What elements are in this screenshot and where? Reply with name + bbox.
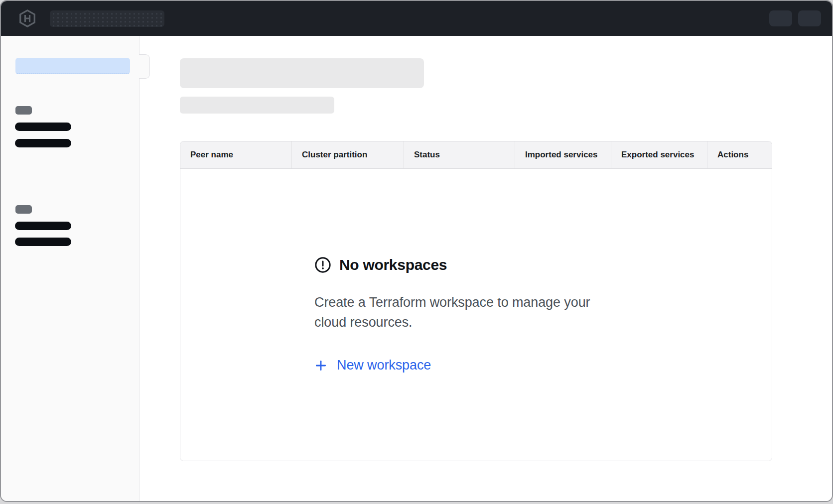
topbar-search-skeleton [50,10,164,27]
new-workspace-label: New workspace [337,358,431,373]
sidebar-nav-link-skeleton[interactable] [15,238,71,246]
content-row: Peer name Cluster partition Status Impor… [1,36,832,501]
topbar-action-button-1[interactable] [769,10,792,26]
topbar [1,1,832,36]
hashicorp-logo-icon [18,9,37,28]
sidebar [1,36,139,501]
sidebar-nav-link-skeleton[interactable] [15,123,71,131]
empty-state-title: No workspaces [339,256,447,273]
new-workspace-link[interactable]: New workspace [314,358,431,373]
empty-state-description: Create a Terraform workspace to manage y… [314,293,590,332]
column-header-imported-services: Imported services [515,141,611,168]
plus-icon [314,359,327,372]
column-header-cluster-partition: Cluster partition [291,141,404,168]
sidebar-section-label-skeleton [15,205,32,214]
sidebar-section-label-skeleton [15,106,32,115]
sidebar-nav-link-skeleton[interactable] [15,222,71,230]
table-header-row: Peer name Cluster partition Status Impor… [180,141,772,169]
sidebar-nav-link-skeleton[interactable] [15,139,71,147]
column-header-status: Status [404,141,515,168]
main-content: Peer name Cluster partition Status Impor… [139,36,832,501]
sidebar-collapse-handle[interactable] [139,54,150,79]
app-window: Peer name Cluster partition Status Impor… [1,1,832,501]
sidebar-active-item-skeleton[interactable] [15,58,130,74]
topbar-action-button-2[interactable] [798,10,821,26]
empty-state-header: No workspaces [314,256,590,274]
page-title-skeleton [180,58,424,88]
table-body: No workspaces Create a Terraform workspa… [180,169,772,461]
page-subtitle-skeleton [180,97,334,114]
column-header-peer-name: Peer name [180,141,291,168]
column-header-actions: Actions [707,141,772,168]
workspaces-table: Peer name Cluster partition Status Impor… [180,141,772,461]
column-header-exported-services: Exported services [611,141,707,168]
alert-circle-icon [314,256,331,273]
empty-state: No workspaces Create a Terraform workspa… [314,256,590,374]
